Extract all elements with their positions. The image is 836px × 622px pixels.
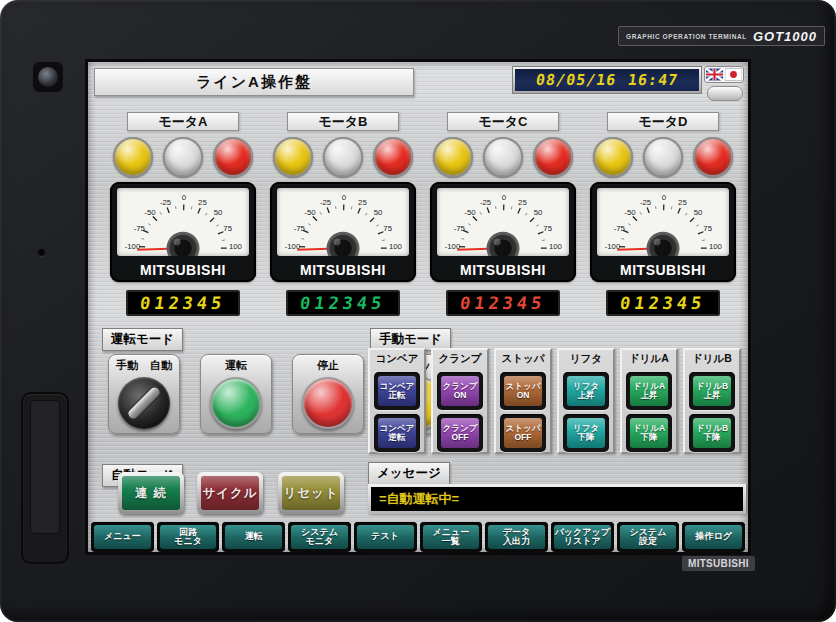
- touch-screen: ラインA操作盤 08/05/16 16:47 モータA: [88, 62, 748, 552]
- yellow-lamp: [433, 137, 473, 177]
- data-io-button[interactable]: データ入出力: [485, 522, 548, 552]
- conveyor-forward-button[interactable]: コンベア正転: [374, 372, 420, 410]
- stop-button[interactable]: [302, 377, 354, 429]
- cycle-button[interactable]: サイクル: [197, 472, 263, 514]
- mitsubishi-logo: MITSUBISHI: [682, 556, 755, 571]
- svg-text:0: 0: [342, 193, 347, 202]
- manual-group-drill-a: ドリルA ドリルA上昇 ドリルA下降: [620, 348, 678, 454]
- operation-log-button[interactable]: 操作ログ: [682, 522, 745, 552]
- operation-button[interactable]: 運転: [222, 522, 285, 552]
- svg-text:-75: -75: [454, 224, 465, 233]
- clamp-off-button[interactable]: クランプOFF: [437, 414, 483, 452]
- brand-model: GOT1000: [753, 29, 817, 44]
- backup-restore-button[interactable]: バックアップリストア: [551, 522, 614, 552]
- mode-selector[interactable]: 手動自動: [108, 354, 180, 434]
- manual-group-drill-b: ドリルB ドリルB上昇 ドリルB下降: [683, 348, 741, 454]
- svg-text:50: 50: [374, 208, 383, 217]
- motor-label: モータC: [447, 112, 559, 131]
- japan-flag-icon: [725, 68, 742, 81]
- selector-lever: [125, 384, 163, 422]
- svg-text:50: 50: [534, 208, 543, 217]
- clamp-on-button[interactable]: クランプON: [437, 372, 483, 410]
- selector-knob[interactable]: [118, 377, 170, 429]
- motor-label: モータA: [127, 112, 239, 131]
- group-title: ストッパ: [496, 350, 550, 369]
- meter-scale: -100-75 -50-25 025 5075 100: [117, 188, 249, 256]
- svg-text:75: 75: [383, 224, 392, 233]
- drill-b-down-button[interactable]: ドリルB下降: [689, 414, 735, 452]
- svg-text:-25: -25: [640, 198, 651, 207]
- language-toggle-pill[interactable]: [707, 86, 743, 101]
- meter-face: -100-75 -50-25 025 5075 100: [277, 188, 409, 256]
- manual-group-lifter: リフタ リフタ上昇 リフタ下降: [557, 348, 615, 454]
- stopper-on-button[interactable]: ストッパON: [500, 372, 546, 410]
- manual-group-clamp: クランプ クランプON クランプOFF: [431, 348, 489, 454]
- run-button[interactable]: [210, 377, 262, 429]
- continuous-button[interactable]: 連 続: [118, 472, 184, 514]
- lamp-row: [270, 137, 416, 177]
- analog-meter: -100-75 -50-25 025 5075 100 MITSUBISHI: [590, 182, 736, 282]
- red-lamp: [693, 137, 733, 177]
- brand-tagline: GRAPHIC OPERATION TERMINAL: [626, 33, 747, 40]
- manual-group-conveyor: コンベア コンベア正転 コンベア逆転: [368, 348, 426, 454]
- got1000-device: GRAPHIC OPERATION TERMINAL GOT1000 MITSU…: [0, 0, 836, 622]
- drill-a-up-button[interactable]: ドリルA上昇: [626, 372, 672, 410]
- date-value: 08/05/16: [535, 71, 618, 89]
- lifter-down-button[interactable]: リフタ下降: [563, 414, 609, 452]
- group-title: クランプ: [433, 350, 487, 369]
- digital-value: 012345: [619, 293, 707, 313]
- meter-brand: MITSUBISHI: [110, 262, 256, 278]
- digital-readout: 012345: [606, 290, 720, 316]
- svg-text:25: 25: [518, 198, 527, 207]
- analog-meter: -100-75 -50-25 025 5075 100 MITSUBISHI: [270, 182, 416, 282]
- drill-a-down-button[interactable]: ドリルA下降: [626, 414, 672, 452]
- stopper-off-button[interactable]: ストッパOFF: [500, 414, 546, 452]
- meter-face: -100-75 -50-25 025 5075 100: [597, 188, 729, 256]
- lamp-row: [430, 137, 576, 177]
- bottom-button-bar: メニュー 回路モニタ 運転 システムモニタ テスト メニュー一覧 データ入出力 …: [91, 522, 745, 552]
- svg-text:-50: -50: [464, 208, 476, 217]
- svg-text:100: 100: [709, 242, 723, 251]
- conveyor-reverse-button[interactable]: コンベア逆転: [374, 414, 420, 452]
- svg-text:-25: -25: [160, 198, 171, 207]
- system-settings-button[interactable]: システム設定: [617, 522, 680, 552]
- svg-text:0: 0: [182, 193, 187, 202]
- run-label: 運転: [201, 358, 271, 373]
- drill-b-up-button[interactable]: ドリルB上昇: [689, 372, 735, 410]
- section-message: メッセージ: [368, 462, 450, 485]
- meter-brand: MITSUBISHI: [590, 262, 736, 278]
- message-display: =自動運転中=: [368, 484, 746, 514]
- white-lamp: [643, 137, 683, 177]
- lamp-row: [590, 137, 736, 177]
- digital-value: 012345: [139, 293, 227, 313]
- time-value: 16:47: [627, 71, 680, 89]
- lifter-up-button[interactable]: リフタ上昇: [563, 372, 609, 410]
- datetime-lcd: 08/05/16 16:47: [515, 69, 699, 91]
- menu-button[interactable]: メニュー: [91, 522, 154, 552]
- motor-panel-b: モータB -100-75 -50-25 025 5075 100: [270, 112, 416, 320]
- test-button[interactable]: テスト: [354, 522, 417, 552]
- auto-reset-button[interactable]: リセット: [278, 472, 344, 514]
- red-lamp: [213, 137, 253, 177]
- yellow-lamp: [593, 137, 633, 177]
- system-monitor-button[interactable]: システムモニタ: [288, 522, 351, 552]
- menu-list-button[interactable]: メニュー一覧: [420, 522, 483, 552]
- svg-text:-50: -50: [304, 208, 316, 217]
- svg-text:75: 75: [703, 224, 712, 233]
- language-switch-button[interactable]: [704, 66, 744, 83]
- svg-text:0: 0: [662, 193, 667, 202]
- motor-label: モータD: [607, 112, 719, 131]
- svg-text:-25: -25: [320, 198, 331, 207]
- digital-readout: 012345: [446, 290, 560, 316]
- red-lamp: [533, 137, 573, 177]
- motor-panel-a: モータA -100-75 -50-25 025 5075 100: [110, 112, 256, 320]
- usb-hatch-door: [30, 400, 60, 534]
- usb-hatch[interactable]: [21, 392, 69, 564]
- svg-text:-50: -50: [144, 208, 156, 217]
- svg-text:25: 25: [198, 198, 207, 207]
- sensor-lens-icon: [38, 67, 58, 87]
- digital-readout: 012345: [126, 290, 240, 316]
- motor-label: モータB: [287, 112, 399, 131]
- bezel-led: [38, 249, 45, 256]
- circuit-monitor-button[interactable]: 回路モニタ: [157, 522, 220, 552]
